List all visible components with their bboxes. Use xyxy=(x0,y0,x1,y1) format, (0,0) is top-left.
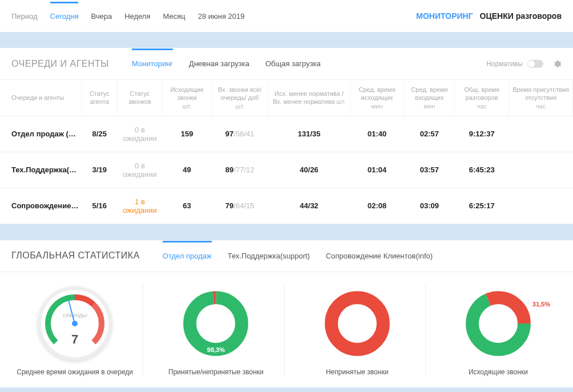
cell-agent: 8/25 xyxy=(82,116,117,152)
cell-norm: 44/32 xyxy=(268,188,350,224)
chart-label-1: Принятые/непринятые звонки xyxy=(152,368,279,376)
cell-presence xyxy=(509,152,573,188)
cell-avgin: 03:09 xyxy=(404,188,455,224)
toggle-switch[interactable] xyxy=(527,60,543,68)
cell-in: 89/77/12 xyxy=(211,152,268,188)
col-avgin: Сред. время входящихмин xyxy=(404,80,455,116)
col-agent: Статус агента xyxy=(82,80,117,116)
cell-total: 6:25:17 xyxy=(455,188,509,224)
normatives-toggle[interactable]: Нормативы xyxy=(486,60,543,68)
donut-icon xyxy=(464,289,532,358)
stats-title: ГЛОБАЛЬНАЯ СТАТИСТИКА xyxy=(11,250,140,261)
stats-tab-info[interactable]: Сопровождение Клиентов(info) xyxy=(326,241,433,270)
cell-agent: 3/19 xyxy=(82,152,117,188)
cell-name: Сопровождение… xyxy=(0,188,82,224)
donut1-label: 98,3% xyxy=(207,346,225,353)
cell-name: Отдел продаж (… xyxy=(0,116,82,152)
cell-avgin: 02:57 xyxy=(404,116,455,152)
table-row[interactable]: Тех.Поддержка(… 3/19 0 в ожидании 49 89/… xyxy=(0,152,573,188)
stats-tab-sales[interactable]: Отдел продаж xyxy=(163,241,212,270)
period-tab-yesterday[interactable]: Вчера xyxy=(91,2,112,31)
gear-icon[interactable] xyxy=(552,59,562,68)
period-tab-month[interactable]: Месяц xyxy=(163,2,185,31)
cell-avgout: 01:04 xyxy=(350,152,404,188)
donut-icon xyxy=(323,289,392,358)
tab-monitoring[interactable]: МОНИТОРИНГ xyxy=(416,11,473,21)
cell-calls: 1 в ожидании xyxy=(117,188,163,224)
col-total: Общ. время разговоровчас xyxy=(455,80,509,116)
subtab-monitoring[interactable]: Мониторинг xyxy=(132,49,173,78)
chart-label-3: Исходящие звонки xyxy=(435,368,562,376)
period-label: Период xyxy=(11,12,38,21)
chart-missed: Непринятые звонки xyxy=(289,284,426,376)
cell-avgout: 02:08 xyxy=(350,188,404,224)
period-tab-today[interactable]: Сегодня xyxy=(50,2,79,31)
queues-subtabs: Мониторинг Дневная загрузка Общая загруз… xyxy=(132,49,486,78)
cell-avgin: 03:57 xyxy=(404,152,455,188)
cell-norm: 131/35 xyxy=(268,116,350,152)
col-norm: Исх. менее норматива / Вх. менее нормати… xyxy=(268,80,350,116)
cell-out: 49 xyxy=(163,152,212,188)
gauge-value: 7 xyxy=(41,332,108,347)
normatives-label: Нормативы xyxy=(486,60,523,68)
table-row[interactable]: Сопровождение… 5/16 1 в ожидании 63 79/6… xyxy=(0,188,573,224)
svg-point-0 xyxy=(190,297,242,349)
cell-total: 9:12:37 xyxy=(455,116,509,152)
cell-avgout: 01:40 xyxy=(350,116,404,152)
top-right-tabs: МОНИТОРИНГ ОЦЕНКИ разговоров xyxy=(416,11,562,21)
cell-agent: 5/16 xyxy=(82,188,117,224)
queues-title: ОЧЕРЕДИ И АГЕНТЫ xyxy=(11,59,109,69)
col-calls: Статус звонков xyxy=(117,80,163,116)
cell-in: 79/64/15 xyxy=(211,188,268,224)
col-name: Очереди и агенты xyxy=(0,80,82,116)
period-tab-week[interactable]: Неделя xyxy=(124,2,150,31)
period-tab-date[interactable]: 28 июня 2019 xyxy=(198,2,245,31)
period-tabs: Период Сегодня Вчера Неделя Месяц 28 июн… xyxy=(11,2,245,31)
donut3-label-a: 31,5% xyxy=(532,301,550,308)
table-header-row: Очереди и агенты Статус агента Статус зв… xyxy=(0,80,573,116)
queues-section: ОЧЕРЕДИ И АГЕНТЫ Мониторинг Дневная загр… xyxy=(0,48,573,224)
subtab-daily[interactable]: Дневная загрузка xyxy=(189,49,249,78)
col-presence: Время присутствия отсутствиячас xyxy=(509,80,573,116)
cell-presence xyxy=(509,188,573,224)
col-in: Вх. звонки все/ очередь/ добшт. xyxy=(211,80,268,116)
svg-point-2 xyxy=(331,297,383,349)
stats-section: ГЛОБАЛЬНАЯ СТАТИСТИКА Отдел продаж Тех.П… xyxy=(0,240,573,387)
subtab-total[interactable]: Общая загрузка xyxy=(265,49,321,78)
charts-row: секунды 7 Среднее время ожидания в очере… xyxy=(0,272,573,387)
cell-name: Тех.Поддержка(… xyxy=(0,152,82,188)
gauge-icon: секунды 7 xyxy=(38,286,112,361)
tab-evaluations[interactable]: ОЦЕНКИ разговоров xyxy=(480,11,562,21)
queues-table: Очереди и агенты Статус агента Статус зв… xyxy=(0,80,573,224)
cell-norm: 40/26 xyxy=(268,152,350,188)
gauge-unit: секунды xyxy=(41,312,108,318)
cell-in: 97/56/41 xyxy=(211,116,268,152)
cell-total: 6:45:23 xyxy=(455,152,509,188)
chart-label-2: Непринятые звонки xyxy=(294,368,421,376)
stats-tabs: Отдел продаж Тех.Поддержка(support) Сопр… xyxy=(163,241,433,270)
topbar: Период Сегодня Вчера Неделя Месяц 28 июн… xyxy=(0,0,573,32)
col-out: Исходящие звонкишт. xyxy=(163,80,212,116)
donut3-label-b: 68,5% xyxy=(451,340,469,346)
cell-out: 159 xyxy=(163,116,212,152)
chart-accepted: 98,3% Принятые/непринятые звонки xyxy=(148,284,284,376)
chart-label-0: Среднее время ожидания в очереди xyxy=(11,368,138,376)
chart-outgoing: 31,5% 68,5% Исходящие звонки xyxy=(430,284,566,376)
cell-presence xyxy=(509,116,573,152)
cell-calls: 0 в ожидании xyxy=(117,152,163,188)
stats-tab-support[interactable]: Тех.Поддержка(support) xyxy=(228,241,310,270)
col-avgout: Сред. время исходящихмин xyxy=(350,80,404,116)
table-row[interactable]: Отдел продаж (… 8/25 0 в ожидании 159 97… xyxy=(0,116,573,152)
chart-gauge: секунды 7 Среднее время ожидания в очере… xyxy=(7,284,143,376)
cell-out: 63 xyxy=(163,188,212,224)
cell-calls: 0 в ожидании xyxy=(117,116,163,152)
